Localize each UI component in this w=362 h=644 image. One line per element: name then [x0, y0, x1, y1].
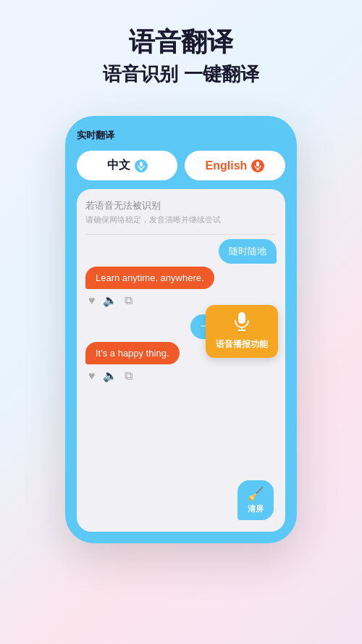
message-row-1: 随时随地 Learn anytime, anywhere. ♥ 🔈 ⧉: [85, 239, 277, 309]
bubble-left-1: Learn anytime, anywhere.: [85, 267, 214, 289]
heart-icon-2[interactable]: ♥: [88, 369, 96, 382]
tooltip-mic-icon: [234, 312, 250, 335]
svg-rect-0: [140, 162, 143, 167]
copy-icon-2[interactable]: ⧉: [125, 369, 132, 382]
phone-content: 实时翻译 中文 English: [77, 129, 285, 532]
copy-icon-1[interactable]: ⧉: [125, 294, 132, 307]
divider: [85, 234, 277, 235]
phone-wrapper: 实时翻译 中文 English: [65, 116, 297, 543]
header-section: 语音翻译 语音识别 一键翻译: [88, 0, 273, 101]
clear-icon: 🧹: [248, 486, 264, 502]
english-label: English: [206, 159, 248, 172]
sub-title: 语音识别 一键翻译: [103, 62, 258, 87]
chinese-lang-button[interactable]: 中文: [77, 151, 177, 180]
main-title: 语音翻译: [103, 26, 258, 57]
recognition-title: 若语音无法被识别: [85, 199, 277, 212]
phone-label: 实时翻译: [77, 129, 285, 142]
svg-rect-6: [238, 312, 245, 324]
volume-icon-2[interactable]: 🔈: [103, 369, 117, 382]
recognition-hint: 若语音无法被识别 请确保网络稳定，发音清晰并继续尝试: [85, 199, 277, 225]
phone-frame: 实时翻译 中文 English: [65, 116, 297, 543]
language-bar: 中文 English: [77, 151, 285, 180]
english-mic-icon: [251, 159, 264, 172]
bubble-right-1: 随时随地: [219, 239, 277, 264]
action-row-2: ♥ 🔈 ⧉: [85, 367, 277, 384]
tooltip-bubble: 语音播报功能: [206, 305, 278, 358]
recognition-sub: 请确保网络稳定，发音清晰并继续尝试: [85, 214, 277, 225]
svg-rect-3: [256, 162, 259, 167]
bubble-left-2: It's a happy thing.: [85, 342, 180, 364]
chinese-mic-icon: [135, 159, 148, 172]
tooltip-text: 语音播报功能: [216, 338, 268, 351]
volume-icon-1[interactable]: 🔈: [103, 293, 117, 307]
chinese-label: 中文: [107, 158, 130, 173]
english-lang-button[interactable]: English: [185, 151, 285, 180]
chat-area: 若语音无法被识别 请确保网络稳定，发音清晰并继续尝试 随时随地 Learn an…: [77, 189, 285, 532]
clear-text: 清屏: [248, 503, 264, 514]
clear-button[interactable]: 🧹 清屏: [237, 480, 274, 520]
heart-icon-1[interactable]: ♥: [88, 294, 96, 307]
